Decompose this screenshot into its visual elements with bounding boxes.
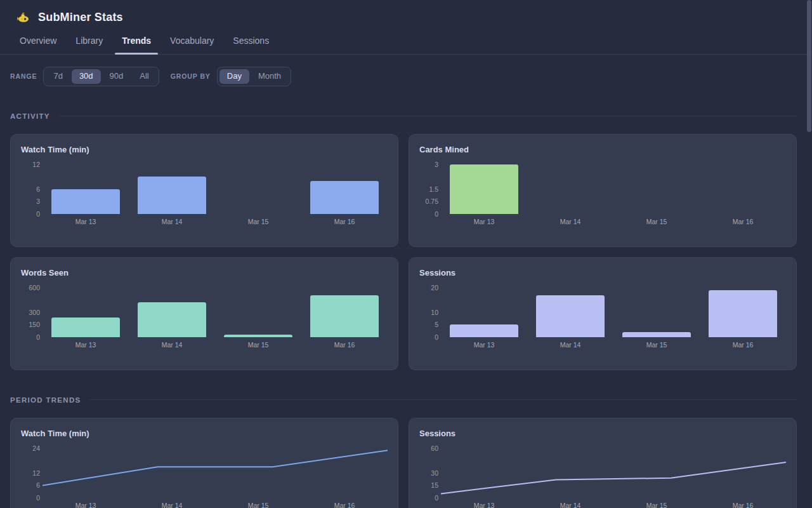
group-by-segmented-control: Day Month [217,67,291,86]
filter-controls: RANGE 7d 30d 90d All GROUP BY Day Month [10,67,812,86]
y-axis-tick: 1.5 [409,185,438,193]
tab-trends[interactable]: Trends [115,25,158,54]
x-axis-label: Mar 13 [43,218,129,225]
x-axis-label: Mar 15 [215,502,301,508]
x-axis-label: Mar 13 [441,218,527,225]
x-axis-labels: Mar 13Mar 14Mar 15Mar 16 [43,341,388,349]
bar-slot [215,164,301,214]
x-axis-label: Mar 13 [441,341,527,349]
y-axis-tick: 10 [409,309,438,316]
bar [622,332,691,337]
x-axis-label: Mar 15 [613,341,700,349]
bar [224,335,293,337]
x-axis-labels: Mar 13Mar 14Mar 15Mar 16 [441,502,786,508]
bar [450,164,519,214]
page-title: SubMiner Stats [38,11,123,24]
section-title: ACTIVITY [10,112,50,120]
x-axis-label: Mar 16 [301,218,388,225]
bar-slot [43,164,129,214]
chart-card-words-seen: Words Seen6003001500Mar 13Mar 14Mar 15Ma… [10,257,398,370]
bar-slot [700,288,786,337]
section-header-period-trends: PERIOD TRENDS [10,396,797,404]
plot-area [441,164,786,214]
trend-line-chart [441,448,786,498]
x-axis-label: Mar 14 [527,502,613,508]
chart-card-cards-mined: Cards Mined31.50.750Mar 13Mar 14Mar 15Ma… [409,134,797,247]
y-axis-tick: 150 [11,321,40,328]
range-option-30d[interactable]: 30d [72,69,101,84]
x-axis-label: Mar 13 [43,341,129,349]
y-axis-tick: 20 [409,284,438,291]
group-by-label: GROUP BY [171,72,211,80]
plot-area [43,164,388,214]
bar [310,295,379,337]
trend-line [441,462,786,493]
y-axis-tick: 0 [11,210,40,218]
chart-card-sessions-trend: Sessions6030150Mar 13Mar 14Mar 15Mar 16 [409,418,797,508]
range-option-7d[interactable]: 7d [46,69,70,84]
y-axis-tick: 3 [409,161,438,168]
range-option-all[interactable]: All [132,69,156,84]
group-by-option-month[interactable]: Month [251,69,289,84]
bar [450,324,519,337]
x-axis-label: Mar 15 [215,341,301,349]
chart-title: Sessions [419,429,455,438]
chart-card-sessions: Sessions201050Mar 13Mar 14Mar 15Mar 16 [409,257,797,370]
y-axis-tick: 600 [11,284,40,291]
y-axis-tick: 12 [11,161,40,168]
x-axis-label: Mar 16 [700,502,786,508]
chart-title: Cards Mined [419,145,469,154]
x-axis-label: Mar 16 [301,502,388,508]
trend-line [43,450,388,485]
x-axis-labels: Mar 13Mar 14Mar 15Mar 16 [441,218,786,225]
x-axis-label: Mar 14 [129,218,215,225]
bar [51,189,121,214]
bar-slot [43,288,129,337]
tab-sessions[interactable]: Sessions [226,25,276,54]
x-axis-label: Mar 13 [441,502,527,508]
x-axis-label: Mar 13 [43,502,129,508]
x-axis-labels: Mar 13Mar 14Mar 15Mar 16 [43,502,388,508]
chart-title: Words Seen [21,268,69,277]
x-axis-label: Mar 14 [129,502,215,508]
y-axis-tick: 0 [409,210,438,218]
trend-line-chart [43,448,388,498]
tab-overview[interactable]: Overview [13,25,63,54]
plot-area [43,288,388,337]
tab-bar: Overview Library Trends Vocabulary Sessi… [0,25,812,55]
y-axis-tick: 0 [409,494,438,502]
app-header: SubMiner Stats [0,0,812,25]
y-axis-tick: 0 [409,333,438,341]
plot-area [43,448,388,498]
tab-vocabulary[interactable]: Vocabulary [163,25,221,54]
y-axis-tick: 0 [11,333,40,341]
bar [709,290,778,337]
x-axis-label: Mar 14 [527,218,613,225]
bar-slot [301,288,388,337]
x-axis-labels: Mar 13Mar 14Mar 15Mar 16 [43,218,388,225]
x-axis-label: Mar 16 [301,341,388,349]
bar-slot [129,288,215,337]
bar-slot [129,164,215,214]
bar-slot [441,164,527,214]
plot-area [441,448,786,498]
x-axis-labels: Mar 13Mar 14Mar 15Mar 16 [441,341,786,349]
y-axis-tick: 60 [409,444,438,452]
section-divider [89,399,797,400]
bar-slot [613,164,700,214]
chart-card-watch-time-trend: Watch Time (min)241260Mar 13Mar 14Mar 15… [10,418,398,508]
chart-card-watch-time: Watch Time (min)12630Mar 13Mar 14Mar 15M… [10,134,398,247]
y-axis-tick: 24 [11,444,40,452]
section-header-activity: ACTIVITY [10,112,797,120]
section-title: PERIOD TRENDS [10,396,81,404]
tab-library[interactable]: Library [69,25,110,54]
x-axis-label: Mar 15 [613,502,700,508]
group-by-option-day[interactable]: Day [219,69,249,84]
y-axis-tick: 12 [11,469,40,477]
range-option-90d[interactable]: 90d [102,69,131,84]
y-axis-tick: 6 [11,481,40,489]
y-axis-tick: 3 [11,197,40,205]
chart-title: Watch Time (min) [21,145,89,154]
scrollbar-thumb[interactable] [807,0,811,132]
bar-slot [527,288,613,337]
